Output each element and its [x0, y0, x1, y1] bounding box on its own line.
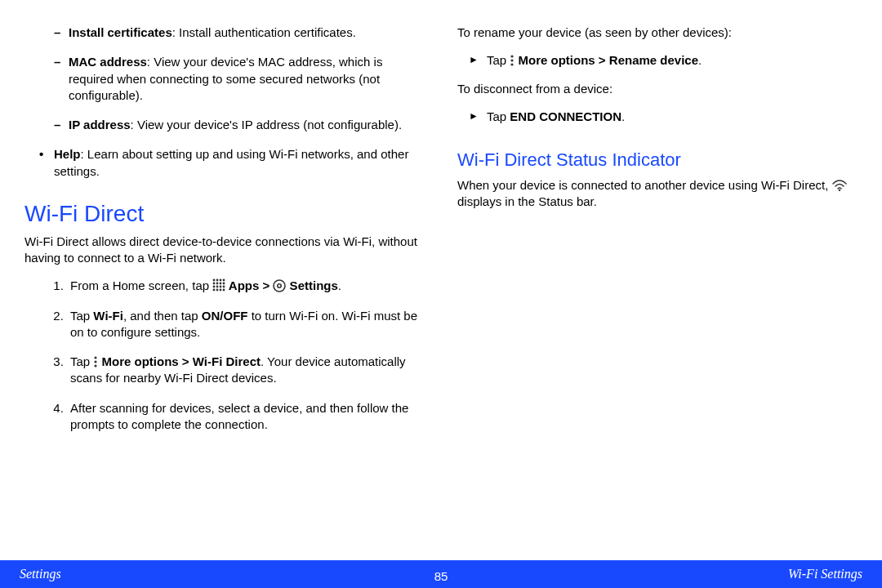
- item-ip-address: IP address: View your device's IP addres…: [69, 117, 425, 133]
- apps-label: Apps: [225, 278, 262, 292]
- advanced-sublist: Install certificates: Install authentica…: [24, 24, 425, 133]
- end-connection-label: END CONNECTION: [510, 109, 621, 123]
- item-mac-address: MAC address: View your device's MAC addr…: [69, 54, 425, 104]
- svg-point-1: [216, 279, 219, 282]
- settings-gear-icon: [273, 279, 286, 292]
- right-column: To rename your device (as seen by other …: [449, 24, 866, 560]
- item-install-certificates: Install certificates: Install authentica…: [69, 24, 425, 41]
- page-footer: Settings 85 Wi-Fi Settings: [0, 560, 882, 588]
- item-help: Help: Learn about setting up and using W…: [54, 146, 425, 180]
- footer-left: Settings: [20, 567, 61, 581]
- disconnect-steps: Tap END CONNECTION.: [457, 109, 858, 125]
- rename-step: Tap More options > Rename device.: [487, 52, 858, 69]
- wifi-direct-status-icon: [832, 179, 847, 190]
- svg-point-17: [278, 284, 281, 287]
- wifi-direct-intro: Wi-Fi Direct allows direct device-to-dev…: [24, 234, 425, 267]
- svg-point-19: [95, 360, 97, 363]
- wifi-direct-steps: From a Home screen, tap Apps > Settings.…: [24, 278, 425, 433]
- svg-point-9: [216, 286, 219, 288]
- help-list: Help: Learn about setting up and using W…: [24, 146, 425, 180]
- more-options-label: More options: [514, 53, 599, 67]
- rename-intro: To rename your device (as seen by other …: [457, 24, 858, 41]
- disconnect-step: Tap END CONNECTION.: [487, 109, 858, 125]
- svg-point-5: [216, 283, 219, 285]
- step-3: Tap More options > Wi-Fi Direct. Your de…: [67, 354, 425, 387]
- svg-point-22: [511, 60, 514, 62]
- rename-device-label: Rename device: [606, 53, 698, 67]
- svg-point-14: [220, 289, 222, 292]
- step-4: After scanning for devices, select a dev…: [67, 400, 425, 434]
- settings-label: Settings: [286, 278, 337, 292]
- svg-point-8: [213, 286, 216, 288]
- more-options-label: More options: [98, 354, 182, 368]
- apps-grid-icon: [212, 278, 225, 292]
- svg-point-4: [213, 283, 216, 285]
- heading-wifi-direct: Wi-Fi Direct: [24, 201, 425, 227]
- svg-point-24: [838, 189, 840, 191]
- svg-point-12: [213, 289, 216, 292]
- step-1: From a Home screen, tap Apps > Settings.: [67, 278, 425, 294]
- wifi-direct-label: Wi-Fi Direct: [189, 354, 261, 368]
- rename-steps: Tap More options > Rename device.: [457, 52, 858, 69]
- svg-point-10: [220, 286, 222, 288]
- step-2: Tap Wi-Fi, and then tap ON/OFF to turn W…: [67, 308, 425, 341]
- svg-point-13: [216, 289, 219, 292]
- footer-page-number: 85: [434, 569, 448, 583]
- svg-point-18: [95, 356, 97, 359]
- footer-right: Wi-Fi Settings: [788, 567, 862, 581]
- svg-point-2: [220, 279, 222, 282]
- svg-point-16: [274, 280, 285, 292]
- svg-point-23: [511, 64, 514, 66]
- status-indicator-text: When your device is connected to another…: [457, 177, 858, 211]
- svg-point-6: [220, 283, 222, 285]
- left-column: Install certificates: Install authentica…: [16, 24, 433, 560]
- disconnect-intro: To disconnect from a device:: [457, 81, 858, 97]
- heading-status-indicator: Wi-Fi Direct Status Indicator: [457, 149, 858, 171]
- svg-point-21: [511, 56, 514, 58]
- svg-point-0: [213, 279, 216, 282]
- svg-point-20: [95, 364, 97, 367]
